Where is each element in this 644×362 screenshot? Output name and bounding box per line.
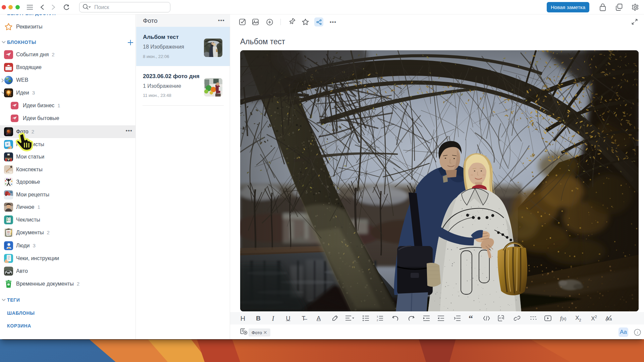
svg-text:2: 2 <box>377 319 378 321</box>
svg-text:i: i <box>637 330 638 335</box>
svg-text:1: 1 <box>377 315 378 318</box>
